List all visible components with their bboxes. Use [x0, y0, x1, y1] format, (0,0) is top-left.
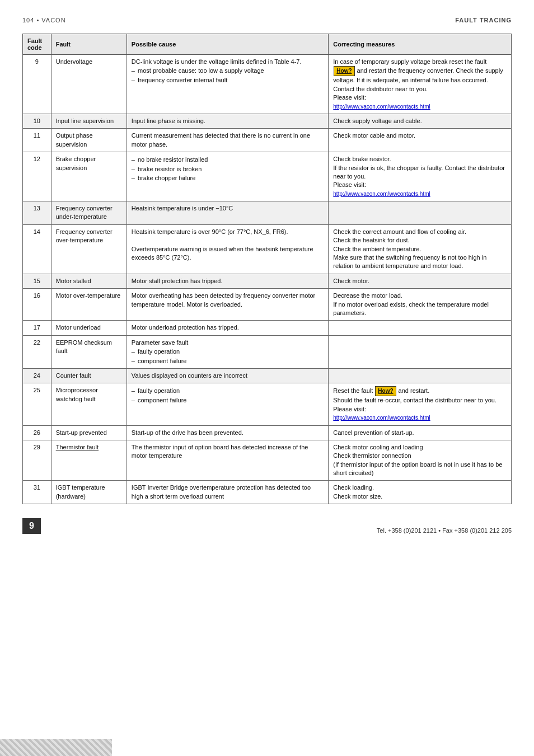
fault-name-cell: Motor over-temperature: [51, 289, 127, 321]
correcting-cell: Reset the fault How? and restart.Should …: [329, 383, 512, 425]
fault-code-cell: 12: [23, 152, 51, 201]
table-row: 14Frequency converter over-temperatureHe…: [23, 224, 512, 274]
correcting-cell: Check supply voltage and cable.: [329, 114, 512, 128]
table-row: 10Input line supervisionInput line phase…: [23, 114, 512, 128]
dash-item: –faulty operation: [132, 387, 324, 395]
table-row: 22EEPROM checksum faultParameter save fa…: [23, 335, 512, 368]
table-row: 9UndervoltageDC-link voltage is under th…: [23, 55, 512, 114]
table-row: 15Motor stalledMotor stall protection ha…: [23, 274, 512, 288]
cause-cell: Input line phase is missing.: [127, 114, 328, 128]
table-row: 25Microprocessor watchdog fault–faulty o…: [23, 383, 512, 425]
dash-item: –frequency converter internal fault: [132, 76, 324, 84]
correcting-cell: Cancel prevention of start-up.: [329, 425, 512, 440]
page-wrapper: 104 • VACON FAULT TRACING Faultcode Faul…: [0, 0, 534, 756]
fault-code-cell: 22: [23, 335, 51, 368]
table-row: 16Motor over-temperatureMotor overheatin…: [23, 289, 512, 321]
correcting-cell: [329, 201, 512, 225]
footer-contact: Tel. +358 (0)201 2121 • Fax +358 (0)201 …: [377, 527, 512, 534]
table-row: 26Start-up preventedStart-up of the driv…: [23, 425, 512, 440]
correcting-cell: Check loading.Check motor size.: [329, 481, 512, 504]
dash-item: –most probable cause: too low a supply v…: [132, 67, 324, 75]
correcting-cell: [329, 335, 512, 368]
cause-cell: Heatsink temperature is under −10°C: [127, 201, 328, 225]
fault-code-cell: 15: [23, 274, 51, 288]
fault-code-cell: 17: [23, 321, 51, 335]
cause-cell: Motor underload protection has tripped.: [127, 321, 328, 335]
correcting-cell: Check motor.: [329, 274, 512, 288]
correcting-cell: [329, 368, 512, 383]
fault-name-cell: Input line supervision: [51, 114, 127, 128]
fault-name-cell: Undervoltage: [51, 55, 127, 114]
fault-name-cell: Frequency converter under-temperature: [51, 201, 127, 225]
header-left: 104 • VACON: [22, 17, 66, 24]
fault-name-cell: Counter fault: [51, 368, 127, 383]
correcting-cell: Check motor cable and motor.: [329, 129, 512, 152]
correcting-cell: [329, 321, 512, 335]
table-row: 24Counter faultValues displayed on count…: [23, 368, 512, 383]
fault-name-cell: Motor underload: [51, 321, 127, 335]
url-link: http://www.vacon.com/wwcontacts.html: [333, 104, 430, 110]
fault-code-cell: 9: [23, 55, 51, 114]
table-row: 13Frequency converter under-temperatureH…: [23, 201, 512, 225]
fault-code-cell: 13: [23, 201, 51, 225]
cause-cell: DC-link voltage is under the voltage lim…: [127, 55, 328, 114]
correcting-cell: In case of temporary supply voltage brea…: [329, 55, 512, 114]
fault-code-cell: 26: [23, 425, 51, 440]
cause-cell: Motor stall protection has tripped.: [127, 274, 328, 288]
dash-item: –no brake resistor installed: [132, 156, 324, 164]
cause-cell: Motor overheating has been detected by f…: [127, 289, 328, 321]
fault-name-cell: EEPROM checksum fault: [51, 335, 127, 368]
cause-cell: Start-up of the drive has been prevented…: [127, 425, 328, 440]
fault-code-cell: 24: [23, 368, 51, 383]
cause-cell: –no brake resistor installed–brake resis…: [127, 152, 328, 201]
cause-cell: IGBT Inverter Bridge overtemperature pro…: [127, 481, 328, 504]
fault-table: Faultcode Fault Possible cause Correctin…: [22, 34, 512, 504]
dash-item: –component failure: [132, 396, 324, 405]
cause-cell: Parameter save fault–faulty operation–co…: [127, 335, 328, 368]
how-badge: How?: [334, 66, 354, 76]
table-row: 29Thermistor faultThe thermistor input o…: [23, 440, 512, 481]
fault-name-cell: Start-up prevented: [51, 425, 127, 440]
how-badge: How?: [375, 386, 396, 396]
bottom-stripe-decoration: [0, 739, 112, 756]
fault-name-cell: Brake chopper supervision: [51, 152, 127, 201]
table-row: 12Brake chopper supervision–no brake res…: [23, 152, 512, 201]
cause-cell: Heatsink temperature is over 90°C (or 77…: [127, 224, 328, 274]
url-link: http://www.vacon.com/wwcontacts.html: [333, 415, 430, 421]
fault-name-cell: IGBT temperature (hardware): [51, 481, 127, 504]
fault-name-cell: Motor stalled: [51, 274, 127, 288]
cause-cell: The thermistor input of option board has…: [127, 440, 328, 481]
fault-code-cell: 14: [23, 224, 51, 274]
col-header-fault: Fault: [51, 34, 127, 55]
table-row: 11Output phase supervisionCurrent measur…: [23, 129, 512, 152]
fault-code-cell: 10: [23, 114, 51, 128]
fault-name-cell: Microprocessor watchdog fault: [51, 383, 127, 425]
fault-code-cell: 16: [23, 289, 51, 321]
table-row: 31IGBT temperature (hardware)IGBT Invert…: [23, 481, 512, 504]
fault-code-cell: 29: [23, 440, 51, 481]
col-header-correcting: Correcting measures: [329, 34, 512, 55]
dash-item: –brake resistor is broken: [132, 165, 324, 173]
page-header: 104 • VACON FAULT TRACING: [22, 17, 512, 24]
correcting-cell: Check the correct amount and flow of coo…: [329, 224, 512, 274]
fault-name-cell: Thermistor fault: [51, 440, 127, 481]
dash-item: –faulty operation: [132, 348, 324, 356]
page-footer: 9 Tel. +358 (0)201 2121 • Fax +358 (0)20…: [22, 515, 512, 534]
dash-item: –brake chopper failure: [132, 174, 324, 182]
fault-code-cell: 31: [23, 481, 51, 504]
table-row: 17Motor underloadMotor underload protect…: [23, 321, 512, 335]
correcting-cell: Check motor cooling and loadingCheck the…: [329, 440, 512, 481]
cause-cell: Current measurement has detected that th…: [127, 129, 328, 152]
col-header-code: Faultcode: [23, 34, 51, 55]
cause-cell: Values displayed on counters are incorre…: [127, 368, 328, 383]
header-right: FAULT TRACING: [455, 17, 512, 24]
url-link: http://www.vacon.com/wwcontacts.html: [333, 191, 430, 197]
correcting-cell: Check brake resistor.If the resistor is …: [329, 152, 512, 201]
col-header-cause: Possible cause: [127, 34, 328, 55]
fault-name-cell: Output phase supervision: [51, 129, 127, 152]
dash-item: –component failure: [132, 357, 324, 365]
page-number: 9: [22, 518, 41, 534]
fault-code-cell: 25: [23, 383, 51, 425]
cause-cell: –faulty operation–component failure: [127, 383, 328, 425]
correcting-cell: Decrease the motor load.If no motor over…: [329, 289, 512, 321]
